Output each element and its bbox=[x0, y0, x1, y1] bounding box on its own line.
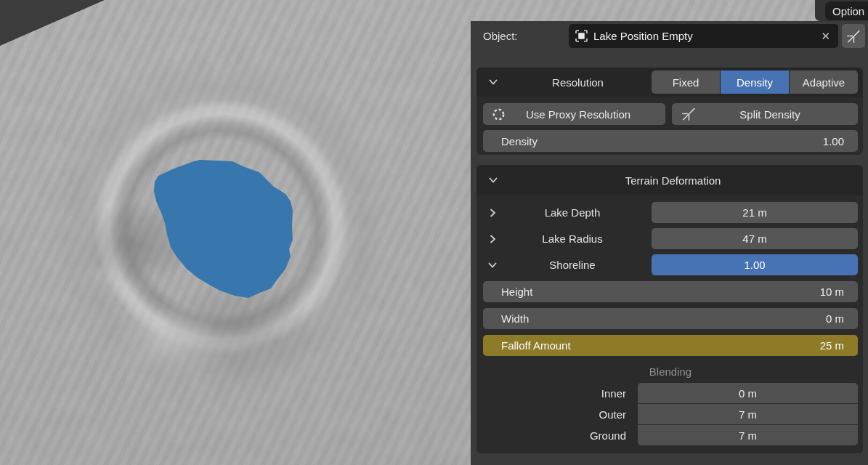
falloff-amount-label: Falloff Amount bbox=[501, 339, 820, 352]
lake-tool-panel: Object: Lake Position Empty ✕ bbox=[471, 21, 868, 465]
resolution-mode-segmented: Fixed Density Adaptive bbox=[652, 70, 858, 94]
lake-depth-value[interactable]: 21 m bbox=[652, 202, 858, 223]
chevron-down-icon[interactable] bbox=[488, 175, 504, 185]
falloff-amount-value: 25 m bbox=[820, 339, 844, 352]
app-window: Option Object: Lake Position Empty ✕ bbox=[0, 0, 868, 465]
width-label: Width bbox=[501, 312, 826, 325]
object-picker-button[interactable] bbox=[842, 24, 865, 48]
shoreline-row: Shoreline 1.00 bbox=[483, 254, 858, 275]
clear-object-icon[interactable]: ✕ bbox=[819, 29, 832, 43]
shoreline-sub-sliders: Height 10 m Width 0 m Falloff Amount 25 … bbox=[483, 281, 858, 356]
width-value: 0 m bbox=[826, 312, 844, 325]
terrain-deformation-body: Lake Depth 21 m Lake Radius 47 m Shoreli… bbox=[476, 195, 863, 453]
falloff-amount-slider[interactable]: Falloff Amount 25 m bbox=[483, 335, 858, 356]
terrain-deformation-header[interactable]: Terrain Deformation bbox=[476, 165, 863, 195]
mode-density-button[interactable]: Density bbox=[721, 70, 789, 94]
bisect-picker-icon bbox=[845, 28, 861, 44]
chevron-down-icon[interactable] bbox=[487, 260, 503, 270]
chevron-right-icon[interactable] bbox=[487, 208, 503, 218]
object-data-icon bbox=[575, 30, 588, 42]
bisect-split-icon bbox=[681, 106, 697, 122]
chevron-down-icon[interactable] bbox=[488, 77, 504, 87]
lake-radius-value[interactable]: 47 m bbox=[652, 228, 858, 249]
mode-adaptive-button[interactable]: Adaptive bbox=[790, 70, 858, 94]
lake-depth-row: Lake Depth 21 m bbox=[483, 202, 858, 223]
resolution-header[interactable]: Resolution Fixed Density Adaptive bbox=[476, 68, 863, 97]
options-dropdown-button[interactable]: Option bbox=[825, 1, 868, 20]
shoreline-label: Shoreline bbox=[503, 259, 652, 271]
lake-radius-label: Lake Radius bbox=[503, 232, 652, 245]
mode-fixed-button[interactable]: Fixed bbox=[652, 70, 720, 94]
blending-ground-row: Ground 7 m bbox=[483, 425, 858, 445]
density-value: 1.00 bbox=[823, 135, 844, 147]
width-slider[interactable]: Width 0 m bbox=[483, 308, 858, 329]
height-label: Height bbox=[501, 286, 820, 298]
inner-label: Inner bbox=[483, 387, 638, 400]
ground-field[interactable]: 7 m bbox=[638, 425, 858, 445]
split-density-label: Split Density bbox=[697, 108, 858, 121]
blending-outer-row: Outer 7 m bbox=[483, 404, 858, 424]
object-select-field[interactable]: Lake Position Empty ✕ bbox=[569, 24, 838, 48]
chevron-right-icon[interactable] bbox=[487, 234, 503, 244]
split-density-button[interactable]: Split Density bbox=[672, 103, 858, 125]
lake-water-surface bbox=[0, 0, 471, 465]
inner-field[interactable]: 0 m bbox=[638, 383, 858, 403]
use-proxy-resolution-button[interactable]: Use Proxy Resolution bbox=[483, 103, 665, 125]
object-name-value: Lake Position Empty bbox=[593, 30, 819, 42]
resolution-section: Resolution Fixed Density Adaptive Use Pr… bbox=[476, 68, 863, 155]
height-value: 10 m bbox=[820, 286, 844, 298]
density-slider[interactable]: Density 1.00 bbox=[483, 130, 858, 152]
density-label: Density bbox=[501, 135, 823, 147]
lake-radius-row: Lake Radius 47 m bbox=[483, 228, 858, 249]
lake-depth-label: Lake Depth bbox=[503, 206, 652, 219]
dashed-circle-icon bbox=[492, 108, 506, 121]
blending-label: Blending bbox=[483, 365, 858, 380]
blending-inner-row: Inner 0 m bbox=[483, 383, 858, 403]
ground-label: Ground bbox=[483, 429, 638, 442]
terrain-deformation-title: Terrain Deformation bbox=[504, 174, 842, 187]
object-label: Object: bbox=[483, 30, 569, 42]
height-slider[interactable]: Height 10 m bbox=[483, 281, 858, 302]
outer-label: Outer bbox=[483, 408, 638, 421]
resolution-title: Resolution bbox=[504, 76, 652, 89]
terrain-deformation-section: Terrain Deformation Lake Depth 21 m Lake… bbox=[476, 165, 863, 453]
object-row: Object: Lake Position Empty ✕ bbox=[483, 24, 865, 48]
shoreline-value[interactable]: 1.00 bbox=[652, 254, 858, 275]
outer-field[interactable]: 7 m bbox=[638, 404, 858, 424]
blending-rows: Inner 0 m Outer 7 m Ground 7 m bbox=[483, 383, 858, 445]
resolution-body: Use Proxy Resolution bbox=[476, 97, 863, 155]
use-proxy-resolution-label: Use Proxy Resolution bbox=[506, 108, 665, 121]
